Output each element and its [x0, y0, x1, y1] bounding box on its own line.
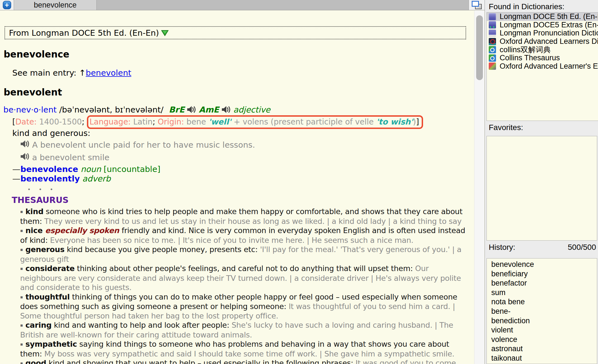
speaker-icon[interactable]	[221, 106, 231, 114]
derived-form-line: —benevolencenoun [uncountable]	[12, 164, 474, 174]
syllabified-headword: be·nev·o·lent	[3, 105, 57, 114]
derived-grammar: [uncountable]	[101, 164, 161, 174]
dictionary-source-selector[interactable]: From Longman DOCE 5th Ed. (En-En)	[4, 26, 466, 39]
dictionary-name: Oxford Advanced Learner's En	[500, 62, 598, 71]
thesaurus-seg-ex: They were very kind to us and let us sta…	[44, 217, 462, 226]
tab-benevolence[interactable]: benevolence	[14, 0, 97, 10]
bre-label: BrE	[169, 105, 184, 114]
favorites-header: Favorites:	[489, 123, 523, 132]
new-tab-button[interactable]: +	[3, 1, 11, 9]
example-sentence: A benevolent uncle paid for her to have …	[20, 139, 474, 150]
article-pane: From Longman DOCE 5th Ed. (En-En) benevo…	[0, 11, 474, 364]
speaker-icon-wrap[interactable]	[20, 140, 29, 150]
thesaurus-seg-kw: thoughtful	[25, 293, 70, 301]
definition-text: kind and generous:	[12, 128, 474, 138]
thesaurus-entry: ▪sympathetic saying kind things to someo…	[20, 339, 472, 358]
headword-benevolence: benevolence	[4, 49, 474, 60]
thesaurus-entry: ▪nice especially spoken friendly and kin…	[20, 226, 472, 245]
found-in-dictionaries-header: Found in Dictionaries:	[489, 2, 564, 11]
derived-word: benevolence	[20, 164, 78, 174]
dictionary-name: Collins Thesaurus	[500, 54, 560, 62]
extras-dictionary-icon	[489, 21, 496, 28]
speaker-icon[interactable]	[20, 140, 29, 148]
see-main-entry-text: See main entry:	[12, 68, 79, 78]
square-bullet-icon: ▪	[20, 342, 23, 347]
cascade-front-window	[472, 1, 479, 7]
dictionary-list-item[interactable]: Collins Thesaurus	[487, 54, 598, 62]
history-item[interactable]: taikonaut	[487, 354, 597, 363]
pron-dictionary-icon	[489, 30, 496, 37]
article-scrollbar[interactable]	[474, 11, 484, 364]
etym-seg-blk: ]	[416, 117, 419, 126]
article-scrollbar-thumb[interactable]	[476, 15, 483, 80]
thesaurus-seg-kw: nice	[25, 226, 43, 235]
tab-bar: + benevolence	[0, 0, 485, 10]
square-bullet-icon: ▪	[20, 361, 23, 364]
example-text: a benevolent smile	[32, 153, 110, 162]
square-bullet-icon: ▪	[20, 294, 23, 300]
thesaurus-seg-kw: generous	[25, 245, 65, 254]
thesaurus-entry: ▪generous kind because you give people m…	[20, 245, 472, 264]
etym-seg-salmon: Language:	[89, 117, 131, 126]
speaker-icon-bre[interactable]	[187, 106, 196, 116]
history-item[interactable]: astronaut	[487, 344, 597, 354]
tab-label: benevolence	[34, 1, 77, 9]
square-bullet-icon: ▪	[20, 228, 23, 233]
thesaurus-seg-kw: caring	[25, 321, 52, 329]
history-header: History:	[489, 243, 515, 252]
history-item[interactable]: volence	[487, 335, 597, 344]
thesaurus-seg-ex: Everyone has been so nice to me. | It's …	[50, 236, 413, 245]
thesaurus-seg-kw: sympathetic	[25, 340, 77, 348]
speaker-icon-ame[interactable]	[221, 106, 231, 116]
history-count: 500/500	[568, 243, 596, 252]
collins-dictionary-icon	[489, 46, 496, 53]
dictionary-list-item[interactable]: Longman DOCE5 Extras (En-En	[487, 21, 598, 29]
etym-seg-blk: ;	[82, 117, 84, 126]
history-item[interactable]: benevolence	[487, 260, 597, 269]
etym-seg-gry: 1400-1500	[37, 117, 82, 126]
derived-word: benevolently	[20, 174, 80, 183]
cascade-windows-icon[interactable]	[472, 1, 482, 9]
dictionary-list-item[interactable]: Oxford Advanced Learners Dic	[487, 37, 598, 46]
collins-dictionary-icon	[489, 54, 496, 62]
dictionary-list-item[interactable]: collins双解词典	[487, 46, 598, 54]
ldoce-dictionary-icon	[489, 13, 496, 20]
thesaurus-seg-kw: kind	[25, 207, 44, 216]
tab-bar-empty-area	[97, 0, 469, 10]
history-item[interactable]: beneficiary	[487, 269, 597, 279]
history-item[interactable]: benediction	[487, 316, 597, 326]
history-item[interactable]: sum	[487, 288, 597, 298]
thesaurus-seg-kw: good	[25, 359, 46, 364]
window-mode-segment	[469, 0, 485, 10]
dictionary-list-item[interactable]: Longman Pronunciation Diction	[487, 29, 598, 37]
dictionary-source-label: From Longman DOCE 5th Ed. (En-En)	[9, 28, 159, 38]
history-item[interactable]: benefactor	[487, 279, 597, 288]
speaker-icon-wrap[interactable]	[20, 152, 29, 162]
history-item[interactable]: violent	[487, 325, 597, 335]
thesaurus-seg-ex: My boss was very sympathetic and said I …	[44, 349, 455, 358]
dictionary-list-item[interactable]: Oxford Advanced Learner's En	[487, 62, 598, 71]
speaker-icon[interactable]	[20, 152, 29, 161]
dictionary-name: Longman DOCE 5th Ed. (En-Er	[500, 12, 598, 21]
history-item[interactable]: bene-	[487, 307, 597, 316]
benevolent-link[interactable]: benevolent	[86, 68, 131, 78]
square-bullet-icon: ▪	[20, 209, 23, 214]
history-item[interactable]: nota bene	[487, 297, 597, 307]
dictionary-name: Longman DOCE5 Extras (En-En	[500, 21, 598, 29]
section-separator-dots: • • •	[27, 186, 474, 193]
thesaurus-section: ▪kind someone who is kind tries to help …	[0, 207, 474, 364]
oald-dictionary-icon	[489, 38, 496, 45]
speaker-icon[interactable]	[187, 106, 196, 114]
etym-seg-gry: bene	[184, 117, 208, 126]
dictionary-list-item[interactable]: Longman DOCE 5th Ed. (En-Er	[487, 13, 598, 21]
headword-benevolent: benevolent	[4, 87, 474, 98]
square-bullet-icon: ▪	[20, 247, 23, 252]
see-main-entry-line: See main entry: ↑benevolent	[12, 68, 474, 78]
sidebar: Found in Dictionaries: Longman DOCE 5th …	[485, 0, 598, 364]
etymology-highlight-box: Language: Latin; Origin: bene 'well' + v…	[87, 115, 423, 129]
thesaurus-seg-spoken: especially spoken	[42, 226, 122, 235]
etym-seg-salmon: Date:	[15, 117, 37, 126]
thesaurus-seg-exu[interactable]: It was good of you to	[355, 359, 433, 364]
ame-label: AmE	[199, 105, 219, 114]
square-bullet-icon: ▪	[20, 266, 23, 271]
